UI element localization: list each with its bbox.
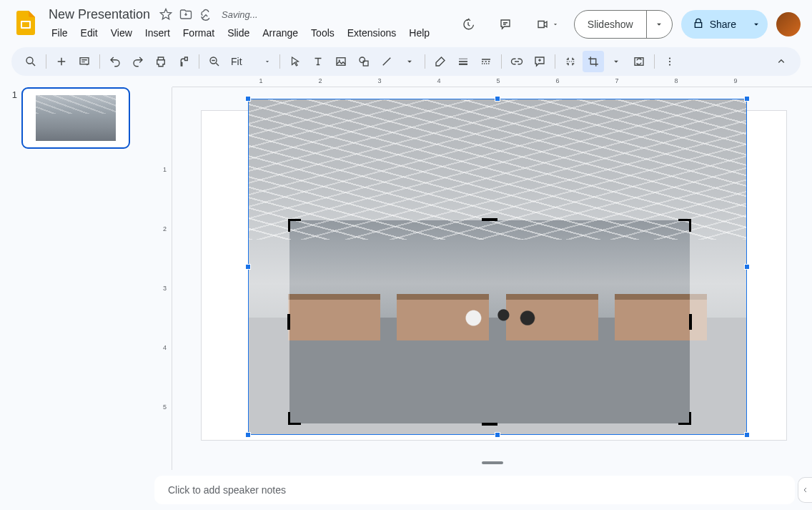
menu-edit[interactable]: Edit [75, 24, 104, 41]
document-title[interactable]: New Presentation [46, 6, 153, 23]
ruler-tick: 2 [318, 77, 322, 84]
crop-handle-left[interactable] [287, 314, 290, 330]
selection-handle[interactable] [495, 432, 500, 438]
redo-button[interactable] [127, 51, 149, 72]
undo-button[interactable] [104, 51, 126, 72]
ruler-tick: 3 [163, 285, 167, 292]
ruler-tick: 8 [674, 77, 678, 84]
separator [555, 54, 555, 69]
ruler-tick: 7 [615, 77, 618, 84]
shape-button[interactable] [353, 51, 375, 72]
crop-handle-right[interactable] [689, 314, 692, 330]
selection-handle[interactable] [744, 264, 750, 270]
svg-point-14 [669, 64, 670, 65]
selection-handle[interactable] [245, 96, 251, 102]
cropping-image[interactable] [248, 99, 747, 435]
selection-handle[interactable] [245, 264, 251, 270]
menu-help[interactable]: Help [403, 24, 435, 41]
explore-button[interactable] [798, 477, 812, 503]
app-header: New Presentation Saving... File Edit Vie… [0, 0, 812, 43]
separator [199, 54, 199, 69]
separator [279, 54, 280, 69]
speaker-notes-grabber[interactable] [482, 461, 503, 464]
selection-handle[interactable] [744, 432, 750, 438]
insert-image-button[interactable] [330, 51, 352, 72]
border-color-button[interactable] [430, 51, 451, 72]
crop-handle-bottom-right[interactable] [678, 412, 691, 425]
slide-thumbnail-1[interactable] [21, 87, 130, 149]
slides-logo[interactable] [11, 9, 40, 37]
crop-frame[interactable] [289, 220, 690, 423]
share-dropdown[interactable] [745, 10, 768, 39]
crop-handle-top[interactable] [482, 218, 497, 221]
insert-comment-button[interactable] [529, 51, 550, 72]
more-tools-button[interactable] [659, 51, 680, 72]
selection-handle[interactable] [744, 96, 750, 102]
print-button[interactable] [150, 51, 172, 72]
crop-handle-bottom[interactable] [482, 423, 497, 426]
slide-thumbnail-image [36, 95, 116, 141]
ruler-tick: 1 [259, 77, 262, 84]
horizontal-ruler[interactable]: 1 2 3 4 5 6 7 8 9 [172, 76, 812, 87]
replace-image-button[interactable] [628, 51, 650, 72]
menu-insert[interactable]: Insert [139, 24, 176, 41]
ruler-tick: 1 [163, 166, 167, 173]
search-menus-button[interactable] [20, 51, 41, 72]
slideshow-button[interactable]: Slideshow [575, 11, 646, 38]
filmstrip[interactable]: 1 [0, 76, 147, 470]
slideshow-dropdown[interactable] [646, 11, 672, 38]
svg-point-2 [26, 57, 33, 64]
menu-file[interactable]: File [46, 24, 74, 41]
paint-format-button[interactable] [173, 51, 194, 72]
crop-handle-bottom-left[interactable] [288, 412, 301, 425]
line-dropdown[interactable] [399, 51, 420, 72]
header-right: Slideshow Share [454, 10, 801, 39]
ruler-tick: 5 [496, 77, 500, 84]
menu-tools[interactable]: Tools [305, 24, 340, 41]
title-area: New Presentation Saving... File Edit Vie… [46, 6, 454, 41]
crop-handle-top-right[interactable] [678, 219, 691, 232]
menu-slide[interactable]: Slide [222, 24, 255, 41]
crop-image-button[interactable] [583, 51, 604, 72]
separator [46, 54, 46, 69]
ruler-tick: 2 [163, 225, 167, 232]
speaker-notes-input[interactable]: Click to add speaker notes [154, 476, 795, 504]
zoom-label: Fit [231, 56, 242, 67]
line-button[interactable] [376, 51, 397, 72]
share-button[interactable]: Share [681, 10, 745, 39]
ruler-tick: 4 [437, 77, 440, 84]
border-weight-button[interactable] [452, 51, 474, 72]
move-icon[interactable] [179, 7, 193, 21]
hide-menus-button[interactable] [771, 51, 792, 72]
zoom-dropdown[interactable]: Fit [227, 55, 275, 68]
version-history-icon[interactable] [454, 10, 482, 39]
ruler-tick: 3 [377, 77, 381, 84]
menu-arrange[interactable]: Arrange [257, 24, 304, 41]
new-slide-layout-button[interactable] [74, 51, 95, 72]
selection-handle[interactable] [495, 96, 500, 102]
select-tool-button[interactable] [284, 51, 306, 72]
workspace: 1 1 2 3 4 5 6 7 8 9 1 2 3 4 5 [0, 76, 812, 470]
separator [425, 54, 425, 69]
comments-icon[interactable] [491, 10, 520, 39]
insert-link-button[interactable] [506, 51, 528, 72]
svg-rect-7 [337, 58, 345, 66]
cloud-status-icon[interactable] [199, 7, 213, 21]
border-dash-button[interactable] [475, 51, 497, 72]
zoom-out-button[interactable] [204, 51, 225, 72]
crop-dropdown[interactable] [605, 51, 627, 72]
vertical-ruler[interactable]: 1 2 3 4 5 [161, 87, 172, 470]
mask-image-button[interactable] [560, 51, 581, 72]
new-slide-button[interactable] [51, 51, 72, 72]
textbox-button[interactable] [307, 51, 329, 72]
star-icon[interactable] [159, 7, 173, 21]
menu-view[interactable]: View [105, 24, 138, 41]
meet-icon[interactable] [528, 10, 565, 39]
separator [99, 54, 100, 69]
canvas[interactable] [172, 87, 812, 470]
account-avatar[interactable] [776, 12, 801, 36]
menu-format[interactable]: Format [177, 24, 220, 41]
menu-extensions[interactable]: Extensions [342, 24, 402, 41]
crop-handle-top-left[interactable] [288, 219, 301, 232]
selection-handle[interactable] [245, 432, 251, 438]
